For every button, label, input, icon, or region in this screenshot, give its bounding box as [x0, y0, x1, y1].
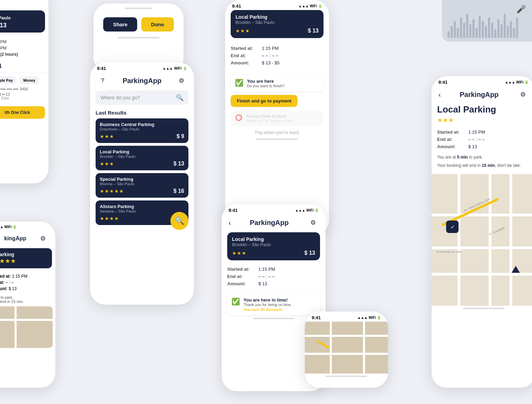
partial-details-bl: Started at: 1:15 PM End at: – : – Amount… [0, 271, 55, 295]
status-bar-rr: 9:41 ▲▲▲ WiFi 🔋 [432, 76, 532, 86]
done-button[interactable]: Done [141, 17, 174, 32]
status-bar-bl: ▲▲▲ WiFi 🔋 [0, 222, 55, 230]
search-fab-button[interactable]: 🔍 [170, 212, 188, 230]
partial-total: $ 21 [0, 63, 44, 69]
result-item-1[interactable]: Local Parking Brooklin – São Paulo ★★★ $… [96, 146, 188, 170]
app-title-rr: ParkingApp [441, 91, 517, 99]
partial-cost: $ 26 (2 hours) [0, 52, 44, 57]
waveform-bar [451, 26, 453, 38]
parking-name-bc: Local Parking [232, 236, 315, 242]
home-indicator [118, 37, 159, 38]
settings-icon[interactable]: ⚙ [176, 75, 187, 86]
detail-map-phone: 9:41 ▲▲▲ WiFi 🔋 ‹ ParkingApp ⚙ Local Par… [432, 76, 532, 388]
amount-val-rr: $ 13 [468, 144, 477, 149]
intime-card-inactive: ⭕ You are here in time! Thank you for be… [231, 110, 323, 126]
partial-bottomright-phone: 9:41 ▲▲▲ WiFi 🔋 [305, 312, 388, 388]
status-icons-brp: ▲▲▲ WiFi 🔋 [357, 316, 381, 320]
amount-label-rr: Amount: [437, 144, 468, 149]
app-header-bc: ‹ ParkingApp ⚙ [222, 214, 326, 232]
home-indicator-brp [326, 376, 367, 377]
signal-icon: ▲▲▲ [162, 66, 173, 70]
waveform-bar [500, 24, 503, 38]
waveform-bar [488, 17, 490, 38]
waveform-bar [513, 28, 515, 38]
waveform-bar [479, 16, 481, 38]
main-search-phone: 9:41 ▲▲▲ WiFi 🔋 ? ParkingApp ⚙ Where do … [90, 62, 194, 305]
amount-val-bc: $ 13 [258, 281, 267, 286]
result-price-0: $ 9 [177, 133, 184, 140]
settings-icon-bl[interactable]: ⚙ [37, 233, 48, 244]
app-title-bl: kingApp [0, 235, 37, 242]
map-label-2: Rua Riveiro do Vale [437, 250, 461, 253]
back-icon-rr[interactable]: ‹ [438, 91, 441, 99]
home-indicator-rr [463, 308, 504, 309]
share-button[interactable]: Share [103, 17, 137, 32]
waveform-bar [463, 23, 465, 38]
waveform-bar [454, 21, 456, 38]
pay-money[interactable]: Money [20, 77, 39, 84]
parking-name-tr: Local Parking [236, 14, 319, 20]
settings-icon-bc[interactable]: ⚙ [308, 217, 319, 228]
partial-about: About •• 12 [0, 92, 44, 96]
battery-icon: 🔋 [183, 66, 187, 70]
here-title: You are here [247, 79, 284, 84]
partial-one-click-btn[interactable]: ith One Click [0, 106, 45, 119]
app-header-bl: kingApp ⚙ [0, 230, 55, 248]
app-title-bc: ParkingApp [231, 219, 308, 227]
pay-apple[interactable]: Apple Pay [0, 77, 16, 84]
result-price-2: $ 16 [174, 188, 184, 194]
settings-icon-rr[interactable]: ⚙ [517, 89, 529, 100]
parking-card-tr: Local Parking Brooklin – São Paulo ★★★ $… [231, 10, 323, 38]
waveform-decoration: 🎤 [442, 0, 532, 42]
result-name-0: Business Central Parking [100, 122, 184, 127]
waveform-bar [466, 14, 468, 38]
result-item-0[interactable]: Business Central Parking Downtown – São … [96, 118, 188, 143]
result-item-3[interactable]: Allstars Parking Santana – São Paulo ★★★… [96, 200, 188, 225]
search-bar[interactable]: Where do you go? 🔍 [96, 90, 188, 105]
result-name-2: Special Parking [100, 177, 184, 182]
result-item-2[interactable]: Special Parking Moema – São Paulo ★★★★★ … [96, 173, 188, 198]
partial-time2: 2:45 PM [0, 46, 44, 51]
waveform-bar [491, 23, 493, 38]
result-stars-1: ★★★ [100, 161, 114, 167]
started-label-rr: Started at: [437, 129, 468, 135]
end-val-rr: – – : – – [468, 137, 485, 142]
finish-payment-btn[interactable]: Finish and go to payment [231, 95, 298, 107]
status-signal-bl: ▲▲▲ WiFi 🔋 [0, 225, 17, 229]
end-val-bc: – – : – – [258, 274, 275, 279]
map-area-rr: Av. Padre Antonio José Rua Riveiro do Va… [432, 174, 532, 306]
partial-discount: $ 5 [0, 58, 44, 63]
discount-text-bc: You earn $5 discount. [243, 307, 292, 312]
status-time-brp: 9:41 [312, 315, 321, 320]
info-text-1-rr: You are at 5 min to park. [432, 154, 532, 162]
end-label-rr: End at: [437, 137, 468, 142]
status-icons-rr: ▲▲▲ WiFi 🔋 [505, 80, 529, 84]
waveform-bar [457, 28, 459, 38]
result-loc-0: Downtown – São Paulo [100, 127, 184, 131]
partial-stars-bl: ★★★★ [0, 257, 48, 265]
wifi-icon: WiFi [174, 66, 181, 70]
partial-time1: 1:15 PM [0, 39, 44, 44]
partial-credit: Credit Card [0, 96, 44, 100]
started-val-bc: 1:15 PM [258, 267, 275, 272]
result-name-3: Allstars Parking [100, 204, 184, 209]
stars-tr: ★★★ [236, 28, 250, 34]
partial-parking-name-bl: l Parking [0, 252, 48, 257]
intime-title-bc: You are here in time! [243, 297, 292, 303]
help-icon[interactable]: ? [97, 75, 108, 86]
status-time-rr: 9:41 [438, 80, 447, 85]
end-label-bc: End at: [227, 274, 258, 279]
status-bar-brp: 9:41 ▲▲▲ WiFi 🔋 [305, 312, 388, 322]
app-header: ? ParkingApp ⚙ [90, 72, 194, 90]
back-icon-bc[interactable]: ‹ [229, 219, 231, 227]
last-results-title: Last Results [90, 110, 194, 118]
status-bar-bc: 9:41 ▲▲▲ WiFi 🔋 [222, 204, 326, 214]
waveform-bar [494, 29, 496, 38]
waveform-bar [510, 21, 512, 38]
result-stars-0: ★★★ [100, 134, 114, 139]
waveform-bar [482, 21, 484, 38]
amount-label-bc: Amount: [227, 281, 258, 286]
result-price-1: $ 13 [174, 161, 184, 167]
map-marker-rr: ✓ [446, 221, 459, 233]
partial-bottomleft-phone: ▲▲▲ WiFi 🔋 kingApp ⚙ l Parking ★★★★ Star… [0, 222, 55, 388]
